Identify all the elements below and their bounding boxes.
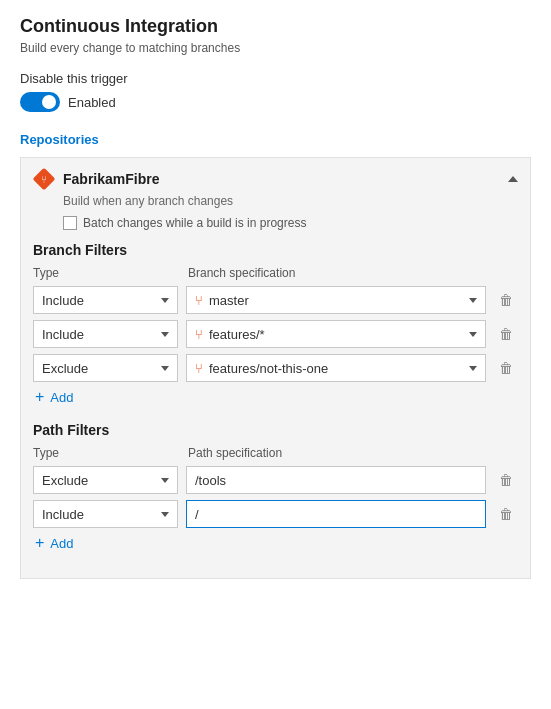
- batch-row: Batch changes while a build is in progre…: [63, 216, 518, 230]
- repo-item: ⑂ FabrikamFibre Build when any branch ch…: [20, 157, 531, 579]
- branch-add-button[interactable]: + Add: [35, 388, 518, 406]
- path-type-dropdown-0[interactable]: Exclude: [33, 466, 178, 494]
- page-subtitle: Build every change to matching branches: [20, 41, 531, 55]
- branch-type-dropdown-0[interactable]: Include: [33, 286, 178, 314]
- branch-add-label: Add: [50, 390, 73, 405]
- spec-inner-2: ⑂ features/not-this-one: [195, 361, 328, 376]
- branch-type-value-2: Exclude: [42, 361, 88, 376]
- repo-name: FabrikamFibre: [63, 171, 500, 187]
- path-type-col-label: Type: [33, 446, 178, 460]
- path-add-plus-icon: +: [35, 534, 44, 552]
- repositories-section-title: Repositories: [20, 132, 531, 147]
- branch-delete-btn-2[interactable]: 🗑: [494, 356, 518, 380]
- branch-type-value-1: Include: [42, 327, 84, 342]
- path-type-dropdown-1[interactable]: Include: [33, 500, 178, 528]
- branch-spec-value-1: features/*: [209, 327, 265, 342]
- spec-inner-1: ⑂ features/*: [195, 327, 265, 342]
- branch-spec-dropdown-0[interactable]: ⑂ master: [186, 286, 486, 314]
- path-type-value-0: Exclude: [42, 473, 88, 488]
- branch-spec-dropdown-1[interactable]: ⑂ features/*: [186, 320, 486, 348]
- svg-text:⑂: ⑂: [41, 174, 47, 185]
- branch-spec-col-label: Branch specification: [188, 266, 518, 280]
- path-filter-row-0: Exclude 🗑: [33, 466, 518, 494]
- batch-checkbox[interactable]: [63, 216, 77, 230]
- path-delete-btn-0[interactable]: 🗑: [494, 468, 518, 492]
- chevron-down-icon-spec-1: [469, 332, 477, 337]
- branch-add-plus-icon: +: [35, 388, 44, 406]
- path-spec-col-label: Path specification: [188, 446, 518, 460]
- branch-icon-0: ⑂: [195, 293, 203, 308]
- repo-icon: ⑂: [33, 168, 55, 190]
- repo-header: ⑂ FabrikamFibre: [33, 168, 518, 190]
- chevron-down-icon-0: [161, 298, 169, 303]
- path-filter-row-1: Include 🗑: [33, 500, 518, 528]
- branch-type-value-0: Include: [42, 293, 84, 308]
- batch-label: Batch changes while a build is in progre…: [83, 216, 306, 230]
- branch-type-dropdown-2[interactable]: Exclude: [33, 354, 178, 382]
- chevron-down-icon-2: [161, 366, 169, 371]
- toggle-state-label: Enabled: [68, 95, 116, 110]
- path-chevron-down-1: [161, 512, 169, 517]
- branch-delete-btn-1[interactable]: 🗑: [494, 322, 518, 346]
- branch-filters-section: Branch Filters Type Branch specification…: [33, 242, 518, 406]
- path-spec-input-0[interactable]: [186, 466, 486, 494]
- branch-filter-row-0: Include ⑂ master 🗑: [33, 286, 518, 314]
- branch-icon-2: ⑂: [195, 361, 203, 376]
- path-filters-section: Path Filters Type Path specification Exc…: [33, 422, 518, 552]
- spec-inner-0: ⑂ master: [195, 293, 249, 308]
- repo-subtitle: Build when any branch changes: [63, 194, 518, 208]
- path-chevron-down-0: [161, 478, 169, 483]
- chevron-down-icon-spec-2: [469, 366, 477, 371]
- branch-delete-btn-0[interactable]: 🗑: [494, 288, 518, 312]
- branch-type-col-label: Type: [33, 266, 178, 280]
- disable-trigger-label: Disable this trigger: [20, 71, 531, 86]
- branch-spec-dropdown-2[interactable]: ⑂ features/not-this-one: [186, 354, 486, 382]
- branch-type-dropdown-1[interactable]: Include: [33, 320, 178, 348]
- page-container: Continuous Integration Build every chang…: [0, 0, 551, 611]
- chevron-down-icon-spec-0: [469, 298, 477, 303]
- path-delete-btn-1[interactable]: 🗑: [494, 502, 518, 526]
- path-add-button[interactable]: + Add: [35, 534, 518, 552]
- branch-filter-row-1: Include ⑂ features/* 🗑: [33, 320, 518, 348]
- path-type-value-1: Include: [42, 507, 84, 522]
- path-spec-input-1[interactable]: [186, 500, 486, 528]
- path-filters-title: Path Filters: [33, 422, 518, 438]
- chevron-down-icon-1: [161, 332, 169, 337]
- branch-spec-value-0: master: [209, 293, 249, 308]
- branch-icon-1: ⑂: [195, 327, 203, 342]
- toggle-thumb: [42, 95, 56, 109]
- enable-toggle[interactable]: [20, 92, 60, 112]
- branch-filters-title: Branch Filters: [33, 242, 518, 258]
- branch-filters-header: Type Branch specification: [33, 266, 518, 280]
- branch-spec-value-2: features/not-this-one: [209, 361, 328, 376]
- repositories-section: Repositories ⑂ FabrikamFibre Build when …: [20, 132, 531, 579]
- path-filters-header: Type Path specification: [33, 446, 518, 460]
- page-title: Continuous Integration: [20, 16, 531, 37]
- repo-collapse-chevron[interactable]: [508, 176, 518, 182]
- path-add-label: Add: [50, 536, 73, 551]
- branch-filter-row-2: Exclude ⑂ features/not-this-one 🗑: [33, 354, 518, 382]
